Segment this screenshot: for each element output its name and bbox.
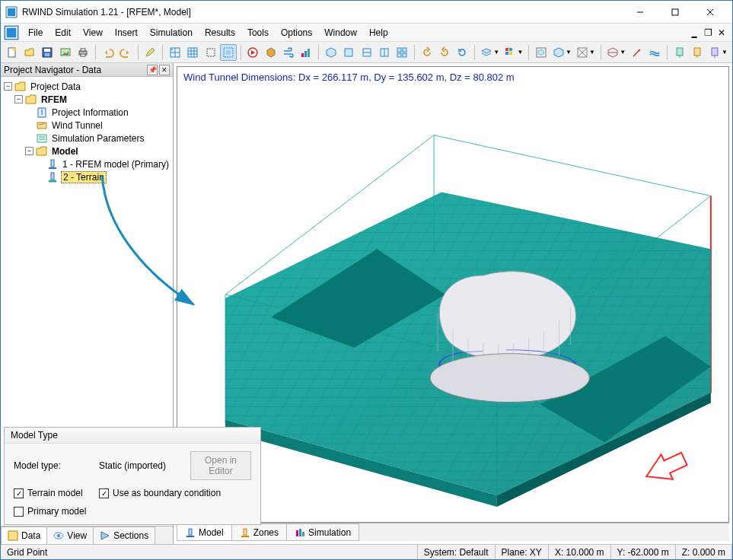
status-z: Z: 0.000 m bbox=[676, 545, 732, 559]
save-image-icon[interactable] bbox=[57, 44, 73, 61]
layers-dropdown-icon[interactable]: ▼ bbox=[479, 44, 501, 61]
tree-sim-params[interactable]: Simulation Parameters bbox=[2, 132, 171, 145]
tree-root[interactable]: − Project Data bbox=[2, 80, 171, 93]
save-icon[interactable] bbox=[40, 44, 56, 61]
folder-icon bbox=[25, 94, 37, 106]
redo-icon[interactable] bbox=[117, 44, 133, 61]
nav-tab-data[interactable]: Data bbox=[1, 527, 47, 544]
main-toolbar: ▼ ▼ ▼ ▼ ▼ ▼ bbox=[1, 42, 732, 63]
tree-model[interactable]: − Model bbox=[2, 145, 171, 158]
new-icon[interactable] bbox=[4, 44, 20, 61]
view-iso-icon[interactable] bbox=[323, 44, 339, 61]
menu-view[interactable]: View bbox=[77, 25, 109, 40]
mesh-refine-icon[interactable] bbox=[184, 44, 200, 61]
tree-project-info[interactable]: i Project Information bbox=[2, 106, 171, 119]
close-button[interactable] bbox=[693, 1, 728, 23]
menu-insert[interactable]: Insert bbox=[109, 25, 144, 40]
svg-rect-12 bbox=[45, 53, 49, 56]
viewport-tab-model[interactable]: Model bbox=[177, 523, 232, 541]
tree-rfem[interactable]: − RFEM bbox=[2, 93, 171, 106]
boundary-condition-checkbox[interactable]: ✓Use as boundary condition bbox=[99, 488, 251, 498]
mdi-minimize-button[interactable]: ‗ bbox=[688, 27, 700, 39]
menu-edit[interactable]: Edit bbox=[49, 25, 77, 40]
terrain-model-checkbox[interactable]: ✓Terrain model bbox=[14, 488, 99, 498]
results-icon[interactable] bbox=[298, 44, 314, 61]
rotate-left-icon[interactable] bbox=[419, 44, 435, 61]
svg-rect-45 bbox=[509, 48, 512, 51]
menu-tools[interactable]: Tools bbox=[241, 25, 275, 40]
svg-rect-67 bbox=[8, 531, 18, 540]
view-side-icon[interactable] bbox=[359, 44, 374, 61]
menu-help[interactable]: Help bbox=[363, 25, 394, 40]
probe-dropdown-icon[interactable]: ▼ bbox=[707, 44, 729, 61]
svg-rect-29 bbox=[226, 50, 231, 55]
run-simulation-icon[interactable] bbox=[245, 44, 261, 61]
mdi-restore-button[interactable]: ❐ bbox=[702, 27, 714, 39]
svg-rect-3 bbox=[672, 9, 678, 15]
refresh-icon[interactable] bbox=[454, 44, 470, 61]
tree-terrain[interactable]: 2 - Terrain bbox=[2, 170, 171, 183]
clip-dropdown-icon[interactable]: ▼ bbox=[605, 44, 627, 61]
navigator-header: Project Navigator - Data 📌 ✕ bbox=[1, 63, 173, 77]
select-box-icon[interactable] bbox=[202, 44, 218, 61]
navigator-pin-icon[interactable]: 📌 bbox=[147, 65, 158, 75]
menu-file[interactable]: File bbox=[22, 25, 49, 40]
menu-window[interactable]: Window bbox=[318, 25, 363, 40]
open-in-editor-button[interactable]: Open in Editor bbox=[190, 451, 251, 480]
streamline-icon[interactable] bbox=[647, 44, 663, 61]
rotate-right-icon[interactable] bbox=[436, 44, 452, 61]
nav-tab-view[interactable]: View bbox=[46, 527, 94, 544]
tree-wind-tunnel[interactable]: Wind Tunnel bbox=[2, 119, 171, 132]
app-icon bbox=[5, 6, 18, 18]
select-all-icon[interactable] bbox=[220, 44, 236, 61]
stop-simulation-icon[interactable] bbox=[263, 44, 279, 61]
app-menu-icon[interactable] bbox=[4, 25, 19, 40]
tree-rfem-model[interactable]: 1 - RFEM model (Primary) bbox=[2, 158, 171, 170]
model-icon bbox=[46, 158, 59, 170]
wind-icon[interactable] bbox=[280, 44, 296, 61]
print-icon[interactable] bbox=[75, 44, 91, 61]
maximize-button[interactable] bbox=[658, 1, 693, 23]
undo-icon[interactable] bbox=[100, 44, 116, 61]
viewport-tab-simulation[interactable]: Simulation bbox=[286, 523, 359, 541]
svg-rect-43 bbox=[403, 53, 406, 57]
view-front-icon[interactable] bbox=[340, 44, 356, 61]
menu-results[interactable]: Results bbox=[199, 25, 241, 40]
minimize-button[interactable] bbox=[623, 1, 658, 23]
probe1-icon[interactable] bbox=[671, 44, 687, 61]
svg-rect-83 bbox=[299, 529, 301, 536]
status-plane: Plane: XY bbox=[496, 545, 549, 559]
svg-rect-34 bbox=[308, 49, 310, 57]
edit-model-icon[interactable] bbox=[142, 44, 158, 61]
vector-icon[interactable] bbox=[629, 44, 645, 61]
viewport-tab-zones[interactable]: Zones bbox=[231, 523, 287, 541]
color-dropdown-icon[interactable]: ▼ bbox=[502, 44, 524, 61]
svg-rect-17 bbox=[81, 54, 85, 56]
mesh-icon[interactable] bbox=[167, 44, 183, 61]
simulation-tab-icon bbox=[295, 527, 305, 538]
open-icon[interactable] bbox=[21, 44, 37, 61]
svg-rect-52 bbox=[677, 48, 683, 56]
view-multi-icon[interactable] bbox=[394, 44, 410, 61]
svg-point-9 bbox=[13, 48, 16, 51]
fit-view-icon[interactable] bbox=[533, 44, 549, 61]
svg-point-77 bbox=[430, 354, 589, 402]
iso-dropdown-icon[interactable]: ▼ bbox=[551, 44, 573, 61]
navigator-close-icon[interactable]: ✕ bbox=[159, 65, 170, 75]
svg-rect-46 bbox=[505, 52, 508, 55]
shading-dropdown-icon[interactable]: ▼ bbox=[575, 44, 597, 61]
nav-tab-sections[interactable]: Sections bbox=[93, 527, 155, 544]
primary-model-checkbox[interactable]: Primary model bbox=[14, 506, 251, 517]
svg-rect-42 bbox=[397, 53, 401, 57]
model-type-panel: Model Type Model type: Static (imported)… bbox=[4, 427, 261, 525]
view-top-icon[interactable] bbox=[376, 44, 392, 61]
status-y: Y: -62.000 m bbox=[611, 545, 676, 559]
status-left: Grid Point bbox=[1, 545, 418, 559]
probe2-icon[interactable] bbox=[689, 44, 705, 61]
mdi-close-button[interactable]: ✕ bbox=[715, 27, 728, 39]
svg-rect-56 bbox=[712, 48, 718, 56]
title-bar: RWIND Simulation 1.21 - [RFEM*, Model] bbox=[1, 1, 732, 24]
menu-simulation[interactable]: Simulation bbox=[144, 25, 199, 40]
menu-options[interactable]: Options bbox=[275, 25, 318, 40]
svg-rect-7 bbox=[7, 27, 17, 37]
